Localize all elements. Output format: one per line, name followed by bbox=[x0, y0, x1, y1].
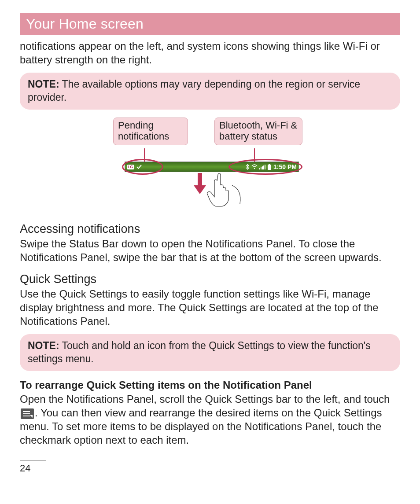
body-rearrange: Open the Notifications Panel, scroll the… bbox=[20, 392, 400, 447]
rearrange-pre: Open the Notifications Panel, scroll the… bbox=[20, 393, 390, 405]
heading-rearrange: To rearrange Quick Setting items on the … bbox=[20, 379, 400, 391]
note-label: NOTE: bbox=[28, 340, 59, 351]
rearrange-post: . You can then view and rearrange the de… bbox=[20, 407, 382, 446]
edit-list-icon bbox=[21, 408, 34, 419]
body-accessing-notifications: Swipe the Status Bar down to open the No… bbox=[20, 237, 400, 264]
status-bar-illustration: Pending notifications Bluetooth, Wi-Fi &… bbox=[113, 118, 307, 210]
highlight-oval-left bbox=[122, 159, 163, 175]
note-text: Touch and hold an icon from the Quick Se… bbox=[28, 340, 371, 364]
heading-accessing-notifications: Accessing notifications bbox=[20, 222, 400, 236]
note-box-2: NOTE: Touch and hold an icon from the Qu… bbox=[20, 334, 400, 371]
illustration-wrap: Pending notifications Bluetooth, Wi-Fi &… bbox=[20, 118, 400, 210]
body-quick-settings: Use the Quick Settings to easily toggle … bbox=[20, 287, 400, 328]
page-title: Your Home screen bbox=[20, 13, 400, 35]
intro-paragraph: notifications appear on the left, and sy… bbox=[20, 39, 400, 66]
note-box-1: NOTE: The available options may vary dep… bbox=[20, 73, 400, 110]
heading-quick-settings: Quick Settings bbox=[20, 272, 400, 286]
callout-pending-notifications: Pending notifications bbox=[113, 118, 188, 145]
hand-gesture-icon bbox=[205, 172, 244, 207]
note-text: The available options may vary depending… bbox=[28, 78, 360, 103]
page-number: 24 bbox=[20, 460, 46, 474]
note-label: NOTE: bbox=[28, 78, 59, 90]
swipe-down-arrow-icon bbox=[195, 173, 205, 194]
callout-bluetooth-wifi-battery: Bluetooth, Wi-Fi & battery status bbox=[214, 118, 302, 145]
